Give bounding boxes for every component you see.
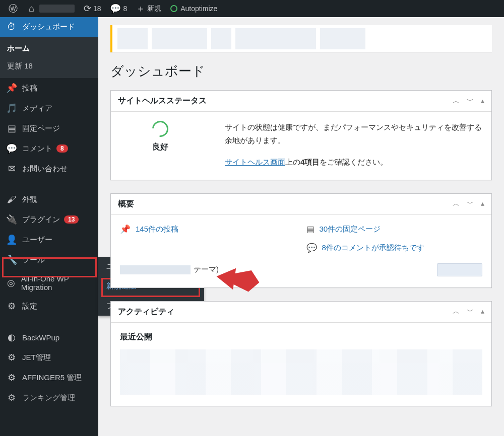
menu-comments[interactable]: 💬コメント8 [0, 138, 98, 159]
menu-backwpup-label: BackWPup [22, 333, 59, 342]
menu-users[interactable]: 👤ユーザー [0, 230, 98, 250]
gear-icon: ⚙ [6, 352, 17, 363]
health-status-label: 良好 [152, 142, 168, 153]
theme-name-redacted [120, 265, 191, 274]
menu-comments-label: コメント [22, 144, 52, 154]
panel-head: 概要 ︿ ﹀ ▴ [111, 194, 491, 215]
menu-appearance[interactable]: 🖌外観 [0, 190, 98, 209]
updates-indicator[interactable]: ⟳18 [79, 0, 106, 17]
svg-marker-0 [215, 266, 261, 293]
comments-indicator[interactable]: 💬8 [105, 0, 132, 17]
menu-affinger[interactable]: ⚙AFFINGER5 管理 [0, 368, 98, 388]
admin-bar: ⓦ ⌂ ⟳18 💬8 ＋新規 Autoptimize [0, 0, 504, 17]
menu-appearance-label: 外観 [22, 195, 37, 204]
home-icon: ⌂ [29, 4, 34, 14]
overview-pages[interactable]: ▤30件の固定ページ [306, 224, 483, 235]
submenu-updates[interactable]: 更新 18 [0, 57, 98, 75]
toggle-icon[interactable]: ▴ [481, 307, 484, 316]
overview-comments-label: 8件のコメントが承認待ちです [322, 243, 424, 253]
submenu-home[interactable]: ホーム [0, 40, 98, 57]
menu-tools[interactable]: 🔧ツール [0, 250, 98, 270]
menu-backwpup[interactable]: ◐BackWPup [0, 327, 98, 347]
notice-banner[interactable] [110, 25, 492, 52]
pin-icon: 📌 [6, 83, 17, 94]
menu-aio-migration[interactable]: ◎All-in-One WP Migration [0, 270, 98, 296]
menu-jet-label: JET管理 [22, 353, 51, 362]
comments-badge: 8 [56, 144, 68, 153]
menu-media[interactable]: 🎵メディア [0, 98, 98, 118]
toggle-icon[interactable]: ▴ [481, 199, 484, 208]
menu-ranking[interactable]: ⚙ランキング管理 [0, 388, 98, 408]
panel-controls: ︿ ﹀ ▴ [453, 199, 484, 208]
wp-logo[interactable]: ⓦ [4, 0, 24, 17]
updates-badge: 18 [24, 61, 33, 70]
menu-dashboard[interactable]: ⏱ ダッシュボード [0, 17, 98, 37]
autoptimize-item[interactable]: Autoptimize [166, 0, 222, 17]
comments-icon: 💬 [306, 243, 317, 253]
status-circle-icon [170, 5, 177, 12]
mail-icon: ✉ [6, 163, 17, 174]
overview-grid: 📌145件の投稿 ▤30件の固定ページ 💬8件のコメントが承認待ちです [120, 224, 482, 253]
menu-posts[interactable]: 📌投稿 [0, 78, 98, 98]
comments-count: 8 [123, 5, 127, 13]
plugins-badge: 13 [64, 215, 79, 224]
page-icon: ▤ [6, 123, 17, 134]
new-content[interactable]: ＋新規 [132, 0, 166, 17]
move-up-icon[interactable]: ︿ [453, 307, 460, 316]
menu-contact-label: お問い合わせ [22, 164, 68, 174]
menu-plugins-label: プラグイン [22, 215, 60, 225]
main-content: ダッシュボード サイトヘルスステータス ︿ ﹀ ▴ 良好 サイトの状態は健康です… [98, 17, 504, 419]
move-up-icon[interactable]: ︿ [453, 97, 460, 106]
overview-pages-label: 30件の固定ページ [320, 225, 381, 234]
sliders-icon: ⚙ [6, 301, 17, 312]
overview-posts[interactable]: 📌145件の投稿 [120, 224, 296, 235]
menu-posts-label: 投稿 [22, 84, 37, 93]
menu-contact[interactable]: ✉お問い合わせ [0, 159, 98, 179]
panel-title: アクティビティ [118, 307, 174, 317]
health-desc2-before: 上の [285, 158, 300, 166]
gear-icon: ⚙ [6, 372, 17, 383]
toggle-icon[interactable]: ▴ [481, 97, 484, 106]
menu-settings[interactable]: ⚙設定 [0, 296, 98, 316]
move-down-icon[interactable]: ﹀ [467, 199, 474, 208]
move-down-icon[interactable]: ﹀ [467, 307, 474, 316]
menu-dashboard-label: ダッシュボード [22, 22, 75, 32]
activity-recent-label: 最近公開 [120, 332, 482, 342]
updates-count: 18 [93, 5, 101, 13]
health-desc2-after: をご確認ください。 [320, 158, 388, 166]
refresh-icon: ⟳ [84, 3, 91, 14]
menu-media-label: メディア [22, 104, 52, 113]
plug-icon: 🔌 [6, 214, 17, 225]
brush-icon: 🖌 [6, 194, 17, 205]
wordpress-icon: ⓦ [9, 3, 18, 15]
theme-button-redacted[interactable] [437, 263, 482, 276]
activity-redacted [120, 349, 482, 395]
move-down-icon[interactable]: ﹀ [467, 97, 474, 106]
overview-comments-pending[interactable]: 💬8件のコメントが承認待ちです [306, 243, 483, 253]
page-title: ダッシュボード [110, 62, 492, 80]
site-name-redacted [39, 5, 75, 13]
backup-icon: ◐ [6, 332, 17, 343]
move-up-icon[interactable]: ︿ [453, 199, 460, 208]
menu-jet[interactable]: ⚙JET管理 [0, 347, 98, 368]
menu-users-label: ユーザー [22, 235, 52, 245]
panel-title: サイトヘルスステータス [118, 96, 207, 106]
site-home[interactable]: ⌂ [24, 0, 79, 17]
overview-posts-label: 145件の投稿 [136, 225, 178, 234]
panel-site-health: サイトヘルスステータス ︿ ﹀ ▴ 良好 サイトの状態は健康ですが、まだパフォー… [110, 90, 492, 180]
plus-icon: ＋ [136, 3, 145, 15]
disc-icon: ◎ [6, 277, 16, 288]
menu-tools-label: ツール [22, 255, 45, 265]
site-health-link[interactable]: サイトヘルス画面 [225, 158, 285, 166]
health-desc2-bold: 4項目 [300, 158, 320, 166]
wrench-icon: 🔧 [6, 254, 17, 265]
submenu-updates-label: 更新 [7, 61, 22, 70]
health-link-line: サイトヘルス画面上の4項目をご確認ください。 [225, 156, 482, 169]
dashboard-submenu: ホーム 更新 18 [0, 37, 98, 78]
overview-theme-row: テーマ) [120, 263, 482, 276]
health-description: サイトの状態は健康ですが、まだパフォーマンスやセキュリティを改善する余地がありま… [225, 121, 482, 169]
menu-pages[interactable]: ▤固定ページ [0, 118, 98, 138]
menu-settings-label: 設定 [22, 302, 37, 311]
menu-aio-label: All-in-One WP Migration [21, 274, 93, 292]
menu-plugins[interactable]: 🔌プラグイン13 [0, 209, 98, 230]
